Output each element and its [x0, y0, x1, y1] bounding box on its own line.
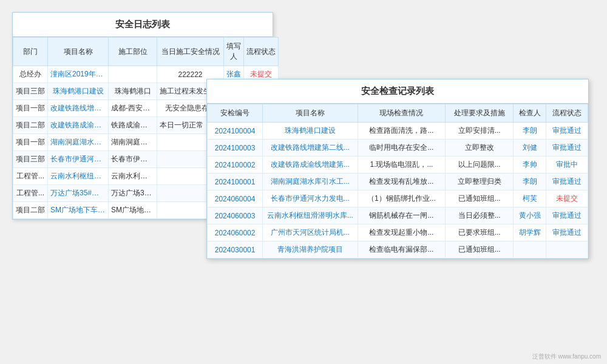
project-cell[interactable]: 长春市伊通河水力发电...	[263, 190, 358, 207]
status-cell: 审批通过	[546, 207, 588, 224]
right-col-header: 现场检查情况	[358, 104, 445, 123]
project-cell[interactable]: 潼南区2019年绿化补贴项...	[48, 66, 109, 83]
table-row: 2024100001湖南洞庭湖水库引水工...检查发现有乱堆放...立即整理归类…	[208, 174, 588, 190]
left-col-header: 施工部位	[109, 38, 157, 66]
project-cell[interactable]: 长春市伊通河水力发电厂...	[48, 151, 109, 168]
situation-cell: 检查发现有乱堆放...	[358, 174, 445, 190]
situation-cell: （1）钢筋绑扎作业...	[358, 190, 445, 207]
site-cell: 成都-西安铁路...	[109, 100, 157, 117]
table-row: 2024060002广州市天河区统计局机...检查发现起重小物...已要求班组.…	[208, 224, 588, 241]
site-cell	[109, 66, 157, 83]
dept-cell: 工程管...	[13, 168, 48, 185]
situation-cell: 临时用电存在安全...	[358, 140, 445, 157]
situation-cell: 1.现场临电混乱，...	[358, 157, 445, 174]
dept-cell: 项目一部	[13, 100, 48, 117]
inspector-cell: 胡学辉	[514, 224, 546, 241]
measures-cell: 已要求班组...	[446, 224, 514, 241]
project-cell[interactable]: SM广场地下车库更换摄...	[48, 202, 109, 219]
project-cell[interactable]: 青海洪湖养护院项目	[263, 241, 358, 258]
id-cell[interactable]: 2024100004	[208, 123, 263, 140]
inspector-cell: 李朗	[514, 123, 546, 140]
right-col-header: 处理要求及措施	[446, 104, 514, 123]
dept-cell: 项目一部	[13, 134, 48, 151]
inspector-cell: 刘健	[514, 140, 546, 157]
id-cell[interactable]: 2024060004	[208, 190, 263, 207]
status-cell: 审批通过	[546, 174, 588, 190]
right-col-header: 检查人	[514, 104, 546, 123]
left-table-header: 部门项目名称施工部位当日施工安全情况填写人流程状态	[13, 38, 279, 66]
left-col-header: 流程状态	[244, 38, 279, 66]
watermark: 泛普软件 www.fanpu.com	[532, 352, 601, 361]
right-table-body: 2024100004珠海鹤港口建设检查路面清洗，路...立即安排清...李朗审批…	[208, 123, 588, 258]
dept-cell: 项目二部	[13, 202, 48, 219]
site-cell: 长春市伊通河水...	[109, 151, 157, 168]
table-row: 2024060004长春市伊通河水力发电...（1）钢筋绑扎作业...已通知班组…	[208, 190, 588, 207]
site-cell: 万达广场35#会...	[109, 185, 157, 202]
project-cell[interactable]: 万达广场35#会所及咖啡...	[48, 185, 109, 202]
project-cell[interactable]: 改建铁路线增建第二线直...	[48, 100, 109, 117]
status-cell: 未提交	[546, 190, 588, 207]
measures-cell: 已通知班组...	[446, 241, 514, 258]
table-row: 2024100004珠海鹤港口建设检查路面清洗，路...立即安排清...李朗审批…	[208, 123, 588, 140]
measures-cell: 立即整理归类	[446, 174, 514, 190]
project-cell[interactable]: 湖南洞庭湖水库引水工...	[263, 174, 358, 190]
situation-cell: 检查路面清洗，路...	[358, 123, 445, 140]
dept-cell: 工程管...	[13, 185, 48, 202]
status-cell: 审批通过	[546, 123, 588, 140]
id-cell[interactable]: 2024060003	[208, 207, 263, 224]
project-cell[interactable]: 珠海鹤港口建设	[48, 83, 109, 100]
id-cell[interactable]: 2024100001	[208, 174, 263, 190]
right-table-header: 安检编号项目名称现场检查情况处理要求及措施检查人流程状态	[208, 104, 588, 123]
dept-cell: 总经办	[13, 66, 48, 83]
left-col-header: 部门	[13, 38, 48, 66]
situation-cell: 检查临电有漏保部...	[358, 241, 445, 258]
site-cell: 云南水利枢纽...	[109, 168, 157, 185]
inspector-cell: 李帅	[514, 157, 546, 174]
left-panel-title: 安全日志列表	[13, 13, 273, 37]
measures-cell: 立即整改	[446, 140, 514, 157]
measures-cell: 当日必须整...	[446, 207, 514, 224]
left-col-header: 当日施工安全情况	[157, 38, 224, 66]
project-cell[interactable]: 云南水利枢纽滑潜明水库...	[263, 207, 358, 224]
status-cell: 审批通过	[546, 140, 588, 157]
site-cell: SM广场地下车库	[109, 202, 157, 219]
right-col-header: 项目名称	[263, 104, 358, 123]
right-panel: 安全检查记录列表 安检编号项目名称现场检查情况处理要求及措施检查人流程状态 20…	[206, 79, 589, 259]
inspector-cell	[514, 241, 546, 258]
right-col-header: 流程状态	[546, 104, 588, 123]
table-row: 2024060003云南水利枢纽滑潜明水库...钢筋机械存在一闸...当日必须整…	[208, 207, 588, 224]
inspector-cell: 李朗	[514, 174, 546, 190]
site-cell: 铁路成渝线（成...	[109, 117, 157, 134]
measures-cell: 以上问题限...	[446, 157, 514, 174]
project-cell[interactable]: 广州市天河区统计局机...	[263, 224, 358, 241]
status-cell: 审批中	[546, 157, 588, 174]
project-cell[interactable]: 云南水利枢纽滑明水库一...	[48, 168, 109, 185]
id-cell[interactable]: 2024030001	[208, 241, 263, 258]
id-cell[interactable]: 2024100002	[208, 157, 263, 174]
project-cell[interactable]: 珠海鹤港口建设	[263, 123, 358, 140]
dept-cell: 项目二部	[13, 117, 48, 134]
project-cell[interactable]: 改建铁路成渝线增建第...	[263, 157, 358, 174]
project-cell[interactable]: 改建铁路线增建第二线...	[263, 140, 358, 157]
left-col-header: 项目名称	[48, 38, 109, 66]
inspector-cell: 黄小强	[514, 207, 546, 224]
measures-cell: 已通知班组...	[446, 190, 514, 207]
id-cell[interactable]: 2024100003	[208, 140, 263, 157]
table-row: 2024100003改建铁路线增建第二线...临时用电存在安全...立即整改刘健…	[208, 140, 588, 157]
dept-cell: 项目三部	[13, 151, 48, 168]
table-row: 2024030001青海洪湖养护院项目检查临电有漏保部...已通知班组...	[208, 241, 588, 258]
status-cell: 审批通过	[546, 224, 588, 241]
dept-cell: 项目三部	[13, 83, 48, 100]
project-cell[interactable]: 改建铁路成渝线增建第二...	[48, 117, 109, 134]
situation-cell: 检查发现起重小物...	[358, 224, 445, 241]
right-panel-title: 安全检查记录列表	[207, 79, 588, 104]
situation-cell: 钢筋机械存在一闸...	[358, 207, 445, 224]
inspector-cell: 柯芙	[514, 190, 546, 207]
id-cell[interactable]: 2024060002	[208, 224, 263, 241]
site-cell: 湖南洞庭湖水库	[109, 134, 157, 151]
status-cell	[546, 241, 588, 258]
site-cell: 珠海鹤港口	[109, 83, 157, 100]
right-table: 安检编号项目名称现场检查情况处理要求及措施检查人流程状态 2024100004珠…	[207, 104, 588, 258]
measures-cell: 立即安排清...	[446, 123, 514, 140]
project-cell[interactable]: 湖南洞庭湖水库引水工程...	[48, 134, 109, 151]
